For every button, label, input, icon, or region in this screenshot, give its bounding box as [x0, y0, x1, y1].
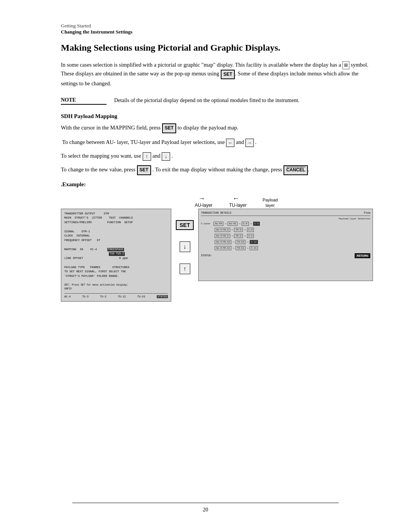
plus-symbol: ⊞ — [342, 61, 349, 69]
up-arrow-diagram: ↑ — [180, 264, 190, 274]
sdh-para1: With the cursor in the MAPPING field, pr… — [61, 123, 373, 133]
layer-labels-row: → AU-layer ← TU-layer Payloadlayer — [61, 195, 373, 208]
left-instrument-screen: TRANSMITTER OUTPUT STM MAIN STRUCT'S JIT… — [61, 209, 171, 302]
breadcrumb-line2: Changing the Instrument Settings — [61, 29, 373, 35]
page-footer: 20 — [0, 503, 411, 513]
set-badge-2: SET — [137, 165, 151, 175]
sdh-para2: To change between AU- layer, TU-layer an… — [61, 138, 373, 147]
sdh-para3: To select the mapping you want, use ↑ an… — [61, 152, 373, 161]
note-label: NOTE — [61, 96, 114, 105]
return-badge: RETURN — [355, 253, 370, 258]
left-arrow-btn: ← — [226, 139, 234, 147]
note-section: NOTE Details of the pictorial display de… — [61, 96, 373, 105]
page-number: 20 — [203, 507, 208, 513]
footer-divider — [72, 503, 339, 503]
set-badge-1: SET — [162, 123, 176, 133]
page: Getting Started Changing the Instrument … — [0, 0, 411, 532]
down-arrow-btn2: ↓ — [162, 152, 170, 161]
tu-layer-label: TU-layer — [221, 203, 255, 208]
note-text: Details of the pictorial display depend … — [114, 96, 373, 105]
sdh-para4: To change to the new value, press SET . … — [61, 165, 373, 175]
set-button-diagram: SET — [176, 220, 194, 230]
middle-controls: SET ↓ ↑ — [176, 209, 194, 274]
right-mapping-screen: TRANSACTION DETAILS Flow Payload Layer S… — [198, 209, 373, 281]
breadcrumb-line1: Getting Started — [61, 23, 373, 29]
and-text: and — [236, 139, 245, 145]
example-label: Example: — [61, 181, 373, 188]
sdh-section-title: SDH Payload Mapping — [61, 113, 373, 120]
set-key-badge: SET — [221, 70, 235, 79]
diagram-area: → AU-layer ← TU-layer Payloadlayer TRANS… — [61, 195, 373, 302]
up-arrow-btn: ↑ — [143, 152, 151, 161]
breadcrumb: Getting Started Changing the Instrument … — [61, 23, 373, 35]
intro-paragraph: In some cases selection is simplified wi… — [61, 61, 373, 88]
down-arrow-diagram: ↓ — [180, 241, 190, 252]
page-title: Making Selections using Pictorial and Gr… — [61, 42, 373, 54]
cancel-badge: CANCEL — [284, 165, 308, 175]
diagram-main-row: TRANSMITTER OUTPUT STM MAIN STRUCT'S JIT… — [61, 209, 373, 302]
au-layer-label: AU-layer — [186, 203, 221, 208]
right-arrow-btn: → — [245, 139, 254, 147]
